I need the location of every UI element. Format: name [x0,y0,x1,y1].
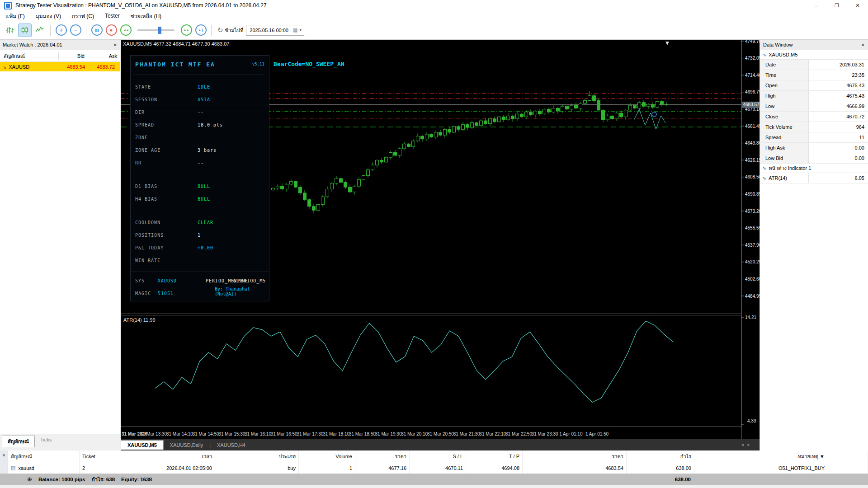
column-header[interactable]: ราคา [523,450,627,462]
indicator-wave-icon: ∿ [762,52,766,58]
column-header[interactable]: เวลา [129,450,215,462]
chart-tab[interactable]: XAUUSD,Daily [164,441,209,450]
ea-row-value: -- [198,157,204,169]
svg-text:31 Mar 16:10: 31 Mar 16:10 [245,432,271,436]
ea-row-value: BULL [198,180,210,193]
row-label: Time [760,70,809,80]
column-header[interactable]: ประเภท [215,450,299,462]
svg-text:4749.70: 4749.70 [745,40,760,44]
row-value: 4675.43 [809,91,868,101]
menu-item[interactable]: มุมมอง (V) [30,12,66,20]
market-watch-tab[interactable]: Ticks [35,436,57,444]
window-title: Strategy Tester Visualization : PHANTOM_… [15,2,267,9]
column-header[interactable]: สัญลักษณ์ [8,450,80,462]
zoom-out-icon[interactable]: − [69,24,82,37]
column-bid[interactable]: Bid [59,53,87,59]
svg-text:31 Mar 15:30: 31 Mar 15:30 [218,432,245,436]
row-value: 0.00 [809,143,868,153]
ea-row-label: SESSION [135,94,157,106]
line-chart-icon[interactable] [33,24,46,37]
menu-item[interactable]: Tester [99,13,125,19]
minimize-button[interactable]: – [806,0,826,11]
data-window-close-icon[interactable]: ✕ [861,42,865,47]
chart-tab[interactable]: XAUUSD,M5 [121,440,164,450]
price-down-arrow-icon: ↘ [3,65,6,70]
row-label: High Ask [760,143,809,153]
menu-item[interactable]: กราฟ (C) [66,12,99,20]
pause-button[interactable]: ❚❚ [90,24,103,37]
row-value: 6.05 [809,173,868,183]
tab-nav-left-icon[interactable]: ◄ [741,443,747,447]
equity-text: Equity: 1638 [121,477,152,482]
chart-tab[interactable]: XAUUSD,H4 [211,441,252,450]
ea-row-value: -- [198,254,204,267]
column-header[interactable]: Volume [299,450,355,462]
row-label: Open [760,80,809,90]
data-window-row: High Ask0.00 [760,143,868,153]
rewind-button[interactable]: ◄◄ [119,24,132,37]
sys-symbol: XAUUSD [158,278,177,283]
market-watch-close-icon[interactable]: ✕ [113,42,117,47]
speed-slider-handle[interactable] [158,27,161,34]
menu-item[interactable]: ช่วยเหลือ (H) [125,12,167,20]
ea-row-value: BULL [198,193,210,206]
cell: 2026.04.01 02:05:00 [129,462,215,474]
data-window-row: Close4670.72 [760,112,868,122]
svg-text:4696.75: 4696.75 [745,89,760,94]
column-header[interactable]: Ticket [80,450,129,462]
trade-table-close-icon[interactable]: ✕ [2,453,6,458]
data-window-section: ∿XAUUSD,M5 [760,50,868,60]
column-header[interactable]: S / L [410,450,466,462]
market-watch-row-xauusd[interactable]: ↘XAUUSD 4683.54 4683.72 [0,62,120,71]
svg-text:31 Mar 23:30: 31 Mar 23:30 [532,432,558,436]
cell: 2 [80,462,129,474]
menu-item[interactable]: แฟ้ม (F) [0,12,30,20]
ea-row-label: RR [135,157,142,169]
dropdown-arrow-icon: ▼ [299,28,302,32]
column-ask[interactable]: Ask [87,53,119,59]
close-window-button[interactable]: ✕ [847,0,868,11]
plus-circle-icon[interactable]: ⊕ [27,476,32,483]
zoom-in-icon[interactable]: + [55,24,67,37]
document-icon: ▤ [11,465,15,471]
column-header[interactable]: หมายเหตุ ▼ [694,450,868,462]
svg-text:31 Mar 18:50: 31 Mar 18:50 [349,432,376,436]
ea-panel-row: ZONE-- [131,131,269,144]
speed-slider[interactable] [137,29,175,31]
ea-row-value: 18.0 pts [198,119,223,131]
jump-to-icon: ↻ [217,26,223,34]
maximize-button[interactable]: ❐ [826,0,847,11]
market-watch-tab[interactable]: สัญลักษณ์ [2,436,35,447]
stop-button[interactable]: ■ [105,24,118,37]
svg-text:1 Apr 01:10: 1 Apr 01:10 [559,432,583,436]
ea-row-value: 3 bars [198,144,217,157]
column-header[interactable]: T / P [466,450,523,462]
skip-to-end-button[interactable]: ►❙ [194,24,207,37]
candlestick-chart-icon[interactable] [18,23,32,37]
bar-chart-icon[interactable] [4,24,16,37]
svg-text:4537.90: 4537.90 [745,243,760,248]
column-symbol[interactable]: สัญลักษณ์ [0,52,59,60]
indicator-wave-icon: ∿ [762,165,766,171]
svg-text:31 Mar 22:10: 31 Mar 22:10 [479,432,506,436]
row-label: Tick Volume [760,122,809,132]
date-picker[interactable]: 2025.05.16 00:00 ▦ ▼ [246,25,304,36]
tab-nav-right-icon[interactable]: ► [747,443,753,447]
column-header[interactable]: ราคา [355,450,410,462]
atr-max-value: 14.21 [745,315,756,320]
ea-row-value: -- [198,106,204,119]
column-header[interactable]: กำไร [627,450,694,462]
fast-forward-button[interactable]: ►► [180,24,193,37]
svg-text:31 Mar 20:10: 31 Mar 20:10 [401,432,428,436]
data-window-row: Low Bid0.00 [760,153,868,164]
data-window-row: Time23:35 [760,70,868,80]
atr-min-value: 4.33 [747,418,756,423]
ea-panel-row: D1 BIASBULL [131,180,269,193]
data-window-row: ∿ATR(14)6.05 [760,173,868,183]
data-window-section: ∿หน้าต่าง Indicator 1 [760,164,868,173]
ea-panel: PHANTOM ICT MTF EA v5.11 STATEIDLESESSIO… [130,55,269,301]
ea-panel-row: STATEIDLE [131,81,269,94]
ea-panel-row: DIR-- [131,106,269,119]
ask-value: 4683.72 [87,64,117,70]
trade-table-row[interactable]: ▤xauusd22026.04.01 02:05:00buy14677.1646… [8,462,868,474]
